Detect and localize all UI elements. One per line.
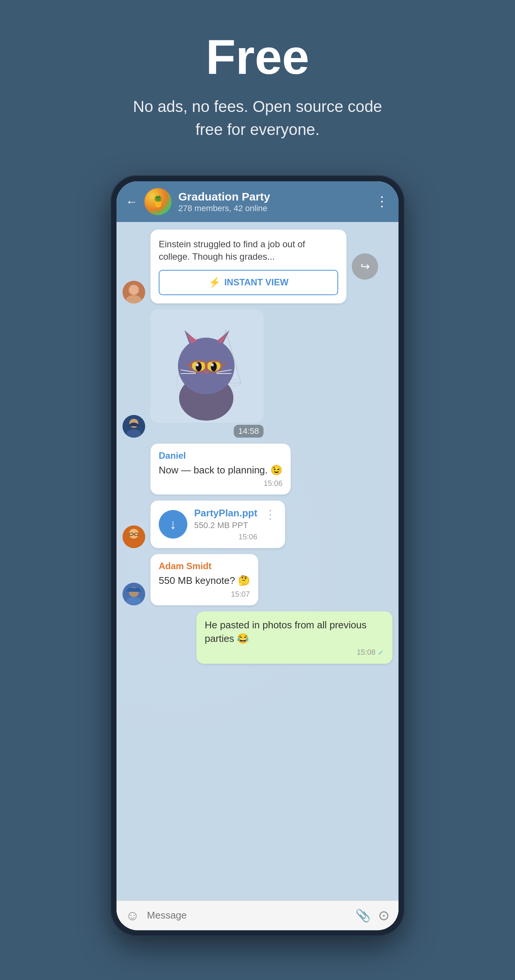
file-download-button[interactable]: ↓ (159, 510, 187, 539)
message-time-daniel: 15:06 (159, 479, 282, 488)
message-row-sticker: A = πr² V = l³ P = 2πr A = πr² s = √(r²+… (123, 309, 392, 438)
message-row-iv: Einstein struggled to find a job out of … (123, 229, 392, 304)
forward-button[interactable]: ↪ (352, 253, 378, 280)
camera-button[interactable]: ⊙ (378, 908, 389, 923)
message-time-adam: 15:07 (159, 590, 250, 598)
file-more-button[interactable]: ⋮ (264, 508, 277, 522)
message-sender-adam: Adam Smidt (159, 561, 250, 571)
file-name: PartyPlan.ppt (194, 508, 257, 519)
phone-mockup: ← 🍍 Graduation Party 278 members, 42 onl… (110, 175, 405, 936)
file-time: 15:06 (194, 533, 257, 541)
svg-point-22 (196, 363, 199, 366)
lightning-icon: ⚡ (209, 277, 220, 288)
message-input-bar: ☺ 📎 ⊙ (116, 900, 399, 930)
hero-section: Free No ads, no fees. Open source code f… (0, 0, 515, 160)
sticker-time: 14:58 (234, 425, 263, 438)
more-button[interactable]: ⋮ (375, 194, 389, 210)
attach-button[interactable]: 📎 (356, 908, 371, 923)
iv-card: Einstein struggled to find a job out of … (150, 229, 346, 304)
svg-point-35 (129, 529, 139, 539)
svg-rect-44 (126, 590, 141, 592)
message-bubble-daniel: Daniel Now — back to planning. 😉 15:06 (150, 444, 291, 495)
file-info: PartyPlan.ppt 550.2 MB PPT 15:06 (194, 508, 257, 541)
phone-outer: ← 🍍 Graduation Party 278 members, 42 onl… (110, 175, 405, 936)
message-sender-daniel: Daniel (159, 450, 282, 461)
sticker-bubble: A = πr² V = l³ P = 2πr A = πr² s = √(r²+… (150, 309, 263, 438)
hero-title: Free (15, 30, 500, 84)
avatar-girl (123, 281, 145, 304)
message-bubble-self: He pasted in photos from all previous pa… (196, 611, 392, 664)
svg-point-23 (211, 363, 214, 366)
group-avatar: 🍍 (144, 188, 172, 215)
avatar-hat (123, 583, 145, 605)
svg-point-3 (129, 285, 139, 294)
chat-info: Graduation Party 278 members, 42 online (178, 190, 368, 213)
sticker-image: A = πr² V = l³ P = 2πr A = πr² s = √(r²+… (150, 309, 263, 423)
message-row-file: ↓ PartyPlan.ppt 550.2 MB PPT 15:06 ⋮ (123, 501, 392, 548)
hero-subtitle: No ads, no fees. Open source code free f… (122, 95, 393, 142)
message-row-self: He pasted in photos from all previous pa… (123, 611, 392, 664)
message-row-adam: Adam Smidt 550 MB keynote? 🤔 15:07 (123, 554, 392, 605)
instant-view-label: INSTANT VIEW (224, 277, 289, 288)
svg-point-13 (178, 338, 234, 394)
chat-header: ← 🍍 Graduation Party 278 members, 42 onl… (116, 181, 399, 222)
message-text-adam: 550 MB keynote? 🤔 (159, 574, 250, 587)
group-meta: 278 members, 42 online (178, 204, 368, 213)
avatar-glasses (123, 525, 145, 548)
message-row-daniel: Daniel Now — back to planning. 😉 15:06 (123, 444, 392, 495)
group-name: Graduation Party (178, 190, 368, 204)
cat-sticker-svg (150, 309, 263, 423)
message-input[interactable] (147, 910, 348, 921)
message-bubble-adam: Adam Smidt 550 MB keynote? 🤔 15:07 (150, 554, 258, 605)
iv-article-text: Einstein struggled to find a job out of … (159, 238, 338, 263)
message-time-self: 15:08 ✓ (205, 648, 384, 657)
phone-screen: ← 🍍 Graduation Party 278 members, 42 onl… (116, 181, 399, 930)
emoji-button[interactable]: ☺ (126, 908, 139, 923)
message-text-daniel: Now — back to planning. 😉 (159, 463, 282, 477)
avatar-hoodie (123, 415, 145, 438)
check-mark: ✓ (378, 648, 384, 657)
message-text-self: He pasted in photos from all previous pa… (205, 618, 384, 646)
file-size: 550.2 MB PPT (194, 520, 257, 530)
back-button[interactable]: ← (126, 196, 138, 208)
group-avatar-inner: 🍍 (144, 188, 172, 215)
file-bubble: ↓ PartyPlan.ppt 550.2 MB PPT 15:06 ⋮ (150, 501, 285, 548)
chat-body: Einstein struggled to find a job out of … (116, 222, 399, 900)
instant-view-button[interactable]: ⚡ INSTANT VIEW (159, 270, 338, 295)
